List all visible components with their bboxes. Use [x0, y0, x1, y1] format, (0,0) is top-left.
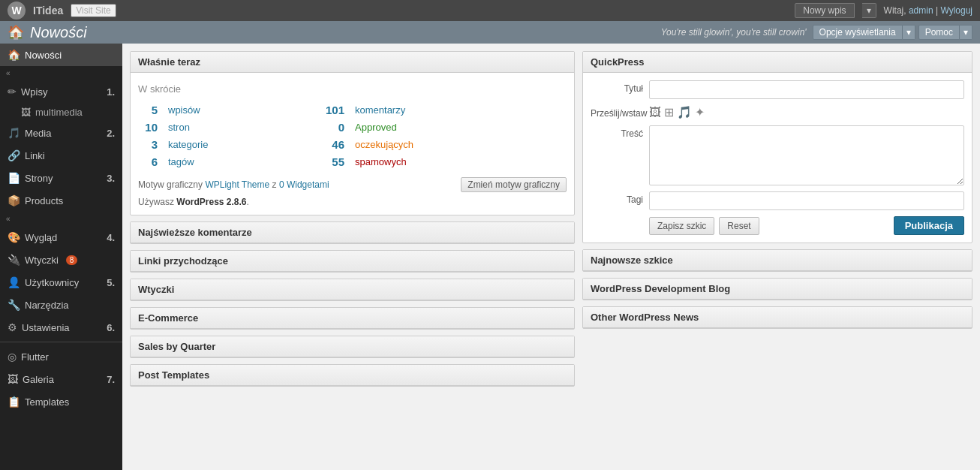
- plugin-badge: 8: [66, 255, 78, 265]
- save-draft-button[interactable]: Zapisz szkic: [649, 217, 714, 235]
- sidebar-item-label: Templates: [25, 396, 69, 408]
- komentarze-panel: Najświeższe komentarze: [130, 221, 575, 244]
- sidebar-item-galeria[interactable]: 🖼 Galeria 7.: [0, 368, 122, 390]
- sidebar-item-label: Ustawienia: [22, 322, 70, 333]
- title-input[interactable]: [649, 80, 964, 99]
- appearance-icon: 🎨: [8, 231, 20, 243]
- logout-link[interactable]: Wyloguj: [940, 5, 972, 16]
- wtyczki-header[interactable]: Wtyczki: [131, 279, 574, 300]
- sidebar-item-products[interactable]: 📦 Products: [0, 189, 122, 212]
- kategorie-link[interactable]: kategorie: [168, 139, 208, 150]
- linki-panel: Linki przychodzące: [130, 250, 575, 273]
- publish-button[interactable]: Publikacja: [894, 216, 964, 235]
- products-icon: 📦: [8, 194, 20, 206]
- page-icon: 📄: [8, 172, 20, 184]
- sidebar-item-uzytkownicy[interactable]: 👤 Użytkownicy 5.: [0, 271, 122, 294]
- section1-toggle[interactable]: «: [0, 66, 122, 80]
- users-icon: 👤: [8, 276, 20, 288]
- admin-user-link[interactable]: admin: [909, 5, 933, 16]
- sidebar-item-label: Strony: [25, 173, 53, 184]
- ecommerce-panel: E-Commerce: [130, 307, 575, 330]
- approved-link[interactable]: Approved: [355, 122, 397, 133]
- step-number: 1.: [107, 86, 115, 98]
- komentarze-header[interactable]: Najświeższe komentarze: [131, 222, 574, 243]
- section2-toggle[interactable]: «: [0, 212, 122, 226]
- add-audio-icon[interactable]: 🎵: [677, 105, 692, 119]
- settings-icon: ⚙: [8, 321, 17, 333]
- post-templates-header[interactable]: Post Templates: [131, 365, 574, 386]
- tags-input[interactable]: [649, 191, 964, 210]
- sidebar-item-wtyczki[interactable]: 🔌 Wtyczki 8: [0, 249, 122, 271]
- wpisy-link[interactable]: wpisów: [168, 104, 200, 116]
- sidebar-item-label: Nowości: [25, 50, 62, 61]
- kategorie-count: 3: [140, 137, 162, 152]
- quickpress-title: QuickPress: [591, 56, 645, 68]
- sidebar-item-nowosci[interactable]: 🏠 Nowości: [0, 44, 122, 66]
- new-post-arrow-button[interactable]: ▾: [862, 3, 876, 18]
- linki-header[interactable]: Linki przychodzące: [131, 251, 574, 272]
- komentarze-link[interactable]: komentarzy: [355, 104, 405, 116]
- greeting-sep: |: [936, 5, 938, 16]
- tresc-label: Treść: [591, 125, 643, 139]
- change-theme-button[interactable]: Zmień motyw graficzny: [461, 177, 567, 192]
- sidebar-item-media[interactable]: 🎵 Media 2.: [0, 122, 122, 144]
- strony-link[interactable]: stron: [168, 122, 190, 133]
- quickpress-body: Tytuł Prześlij/wstaw 🖼 ⊞ 🎵 ✦ Treść: [583, 73, 972, 243]
- sidebar-item-label: Użytkownicy: [25, 277, 79, 288]
- quickpress-header[interactable]: QuickPress: [583, 52, 972, 73]
- add-media-icon[interactable]: ✦: [695, 105, 705, 119]
- templates-icon: 📋: [8, 396, 20, 408]
- main-content: Właśnie teraz W skrócie 5 wpisów 101 kom…: [122, 44, 980, 470]
- help-arrow-button[interactable]: ▾: [960, 25, 972, 40]
- other-wp-news-panel: Other WordPress News: [582, 306, 972, 329]
- post-templates-title: Post Templates: [138, 369, 209, 381]
- sidebar-item-wyglad[interactable]: 🎨 Wygląd 4.: [0, 226, 122, 249]
- ecommerce-title: E-Commerce: [138, 312, 198, 324]
- new-post-button[interactable]: Nowy wpis: [795, 3, 854, 18]
- sidebar-item-narzedzia[interactable]: 🔧 Narzędzia: [0, 294, 122, 316]
- visit-site-button[interactable]: Visit Site: [71, 4, 116, 17]
- home-icon: 🏠: [8, 24, 24, 41]
- sidebar-item-multimedia[interactable]: 🖼 multimedia: [0, 103, 122, 122]
- other-wp-news-header[interactable]: Other WordPress News: [583, 307, 972, 328]
- sidebar-item-linki[interactable]: 🔗 Linki: [0, 144, 122, 167]
- sidebar-item-label: Wtyczki: [25, 255, 59, 266]
- display-options-button[interactable]: Opcje wyświetlania: [813, 25, 903, 40]
- plugin-icon: 🔌: [8, 254, 20, 266]
- content-textarea[interactable]: [649, 125, 964, 185]
- szkice-title: Najnowsze szkice: [591, 255, 673, 266]
- spamowych-link[interactable]: spamowych: [355, 156, 407, 167]
- sidebar-item-ustawienia[interactable]: ⚙ Ustawienia 6.: [0, 316, 122, 339]
- sidebar-item-wpisy[interactable]: ✏ Wpisy 1.: [0, 80, 122, 103]
- oczekujacych-link[interactable]: oczekujących: [355, 139, 413, 150]
- wp-dev-blog-header[interactable]: WordPress Development Blog: [583, 279, 972, 300]
- wp-version-text: WordPress 2.8.6: [176, 197, 246, 207]
- help-button[interactable]: Pomoc: [918, 25, 960, 40]
- motyw-link[interactable]: WPLight Theme: [205, 179, 269, 190]
- komentarze-count: 101: [321, 102, 349, 118]
- add-image-icon[interactable]: 🖼: [649, 106, 661, 119]
- szkice-header[interactable]: Najnowsze szkice: [583, 250, 972, 271]
- add-gallery-icon[interactable]: ⊞: [664, 105, 674, 119]
- ecommerce-header[interactable]: E-Commerce: [131, 308, 574, 329]
- sidebar-item-strony[interactable]: 📄 Strony 3.: [0, 167, 122, 189]
- step-number: 6.: [107, 322, 115, 333]
- motyw-widgety-link[interactable]: 0 Widgetami: [279, 179, 329, 190]
- approved-count: 0: [321, 119, 349, 135]
- wlasnie-teraz-header[interactable]: Właśnie teraz: [131, 52, 574, 73]
- sidebar-item-label: Wpisy: [21, 86, 47, 98]
- sales-header[interactable]: Sales by Quarter: [131, 336, 574, 357]
- sidebar-item-templates[interactable]: 📋 Templates: [0, 390, 122, 413]
- quickpress-panel: QuickPress Tytuł Prześlij/wstaw 🖼 ⊞ 🎵 ✦: [582, 51, 972, 243]
- reset-button[interactable]: Reset: [719, 217, 759, 235]
- page-title-bar: 🏠 Nowości: [8, 24, 87, 41]
- sidebar-item-flutter[interactable]: ◎ Flutter: [0, 345, 122, 368]
- sidebar-separator: [0, 342, 122, 342]
- right-column: QuickPress Tytuł Prześlij/wstaw 🖼 ⊞ 🎵 ✦: [582, 51, 972, 462]
- wtyczki-title: Wtyczki: [138, 284, 174, 295]
- sidebar-item-label: multimedia: [35, 107, 83, 118]
- display-options-arrow[interactable]: ▾: [903, 25, 915, 40]
- tagow-link[interactable]: tagów: [168, 156, 194, 167]
- wtyczki-panel: Wtyczki: [130, 279, 575, 301]
- sidebar-item-label: Products: [25, 195, 63, 206]
